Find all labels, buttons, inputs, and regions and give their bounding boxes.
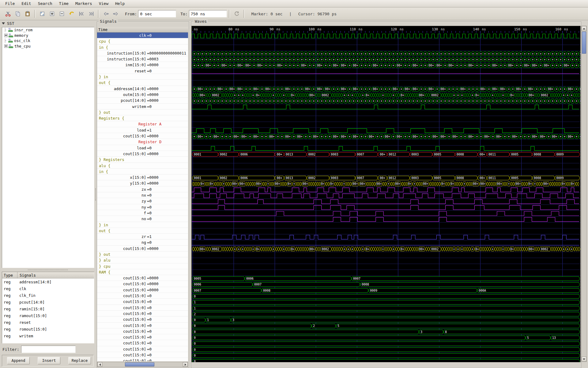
scroll-right-button[interactable] bbox=[183, 362, 188, 367]
signal-row-cout-15-0-[interactable]: cout[15:0]=0 bbox=[97, 305, 188, 311]
signal-row-y-15-0-[interactable]: y[15:0]=0000 bbox=[97, 180, 188, 186]
signal-type-row[interactable]: regclk_fin bbox=[2, 292, 94, 299]
sst-item-memory[interactable]: memory bbox=[2, 33, 94, 38]
zoom-start-button[interactable] bbox=[77, 9, 86, 19]
menu-help[interactable]: Help bbox=[112, 0, 128, 7]
signal-row-ng[interactable]: ng=0 bbox=[97, 240, 188, 245]
signal-row-cout-15-0-[interactable]: cout[15:0]=0 bbox=[97, 311, 188, 316]
zoom-out-button[interactable] bbox=[57, 9, 67, 19]
signal-row-instruction-15-0-[interactable]: instruction[15:0]=0003 bbox=[97, 56, 188, 62]
signal-row-cout-15-0-[interactable]: cout[15:0]=0000 bbox=[97, 246, 188, 251]
signal-row-cout-15-0-[interactable]: cout[15:0]=0 bbox=[97, 328, 188, 334]
signal-type-row[interactable]: regpcout[14:0] bbox=[2, 299, 94, 305]
replace-button[interactable]: Replace bbox=[68, 357, 91, 364]
zoom-undo-button[interactable] bbox=[67, 9, 77, 19]
scope-row[interactable]: } Registers bbox=[97, 157, 188, 163]
signal-row-zr[interactable]: zr=1 bbox=[97, 234, 188, 240]
to-input[interactable] bbox=[189, 10, 227, 17]
comment-row[interactable]: Register D bbox=[97, 139, 188, 145]
signal-row-writem[interactable]: writem=0 bbox=[97, 104, 188, 109]
signal-type-row[interactable]: regreset bbox=[2, 319, 94, 326]
sst-item-the_cpu[interactable]: the_cpu bbox=[2, 44, 94, 49]
signal-row-ny[interactable]: ny=0 bbox=[97, 204, 188, 210]
sst-item-osc_clk[interactable]: ├osc_clk bbox=[2, 38, 94, 44]
scroll-up-button[interactable] bbox=[582, 26, 586, 31]
fetch-right-button[interactable] bbox=[111, 9, 121, 19]
zoom-fit-button[interactable] bbox=[37, 9, 47, 19]
signal-row-cout-15-0-[interactable]: cout[15:0]=0 bbox=[97, 299, 188, 305]
menu-view[interactable]: View bbox=[96, 0, 112, 7]
insert-button[interactable]: Insert bbox=[38, 357, 60, 364]
signal-type-row[interactable]: regramout[15:0] bbox=[2, 312, 94, 319]
signal-row-cout-15-0-[interactable]: cout[15:0]=0 bbox=[97, 293, 188, 299]
panel-splitter[interactable] bbox=[94, 21, 96, 367]
signal-row-cout-15-0-[interactable]: cout[15:0]=0 bbox=[97, 316, 188, 322]
menu-file[interactable]: File bbox=[2, 0, 18, 7]
scope-row[interactable]: } in bbox=[97, 222, 188, 228]
signal-type-row[interactable]: regwritem bbox=[2, 332, 94, 339]
scope-row[interactable]: } alu bbox=[97, 257, 188, 263]
filter-input[interactable] bbox=[21, 346, 76, 353]
signal-row-cout-15-0-[interactable]: cout[15:0]=0000 bbox=[97, 281, 188, 287]
scope-row[interactable]: in { bbox=[97, 169, 188, 174]
reload-button[interactable] bbox=[232, 9, 242, 19]
signal-row-outm-15-0-[interactable]: outm[15:0]=0000 bbox=[97, 92, 188, 98]
cut-button[interactable] bbox=[3, 9, 13, 19]
signal-type-row[interactable]: regaddressm[14:0] bbox=[2, 278, 94, 285]
signal-row-cout-15-0-[interactable]: cout[15:0]=0 bbox=[97, 358, 188, 361]
scroll-down-button[interactable] bbox=[582, 357, 586, 362]
signal-row-cout-15-0-[interactable]: cout[15:0]=0 bbox=[97, 334, 188, 340]
signal-type-row[interactable]: regclk bbox=[2, 285, 94, 292]
waves-vscrollbar[interactable] bbox=[581, 26, 587, 362]
scope-row[interactable]: alu { bbox=[97, 163, 188, 169]
signal-row-zx[interactable]: zx=0 bbox=[97, 186, 188, 192]
wave-canvas[interactable]: ns80ns90ns100ns110ns120ns130ns140ns150ns… bbox=[191, 26, 581, 362]
signal-row-inm-15-0-[interactable]: inm[15:0]=0000 bbox=[97, 62, 188, 68]
expand-plus-icon[interactable] bbox=[4, 44, 8, 48]
zoom-end-button[interactable] bbox=[86, 9, 96, 19]
signal-row-cout-15-0-[interactable]: cout[15:0]=0 bbox=[97, 340, 188, 346]
sst-expander[interactable]: SST bbox=[2, 21, 14, 26]
signal-row-load[interactable]: load=1 bbox=[97, 127, 188, 133]
scope-row[interactable]: in { bbox=[97, 44, 188, 50]
signal-type-row[interactable]: regromout[15:0] bbox=[2, 326, 94, 332]
scope-row[interactable]: } out bbox=[97, 109, 188, 115]
signal-row-instruction-15-0-[interactable]: instruction[15:0]=0000000000000011 bbox=[97, 50, 188, 56]
signal-row-addressm-14-0-[interactable]: addressm[14:0]=0000 bbox=[97, 86, 188, 92]
scope-row[interactable]: RAM { bbox=[97, 269, 188, 275]
signals-list[interactable]: clk=0cpu {in {instruction[15:0]=00000000… bbox=[97, 33, 188, 361]
signal-type-row[interactable]: regramin[15:0] bbox=[2, 305, 94, 312]
signal-row-clk[interactable]: clk=0 bbox=[97, 33, 188, 38]
signal-row-x-15-0-[interactable]: x[15:0]=0000 bbox=[97, 174, 188, 180]
paste-button[interactable] bbox=[23, 9, 32, 19]
type-column-header[interactable]: Type bbox=[2, 272, 17, 278]
left-splitter[interactable] bbox=[2, 269, 94, 271]
signal-row-cout-15-0-[interactable]: cout[15:0]=0 bbox=[97, 352, 188, 358]
signal-row-no[interactable]: no=0 bbox=[97, 216, 188, 222]
signal-row-reset[interactable]: reset=0 bbox=[97, 68, 188, 74]
scope-row[interactable]: cpu { bbox=[97, 38, 188, 44]
signal-row-load[interactable]: load=0 bbox=[97, 145, 188, 151]
signal-row-cout-15-0-[interactable]: cout[15:0]=0000 bbox=[97, 133, 188, 139]
signals-hscrollbar[interactable] bbox=[97, 362, 188, 367]
menu-time[interactable]: Time bbox=[56, 0, 72, 7]
from-input[interactable] bbox=[138, 10, 176, 17]
scope-row[interactable]: out { bbox=[97, 80, 188, 86]
signal-row-cout-15-0-[interactable]: cout[15:0]=0 bbox=[97, 323, 188, 328]
menu-edit[interactable]: Edit bbox=[18, 0, 34, 7]
signal-row-zy[interactable]: zy=0 bbox=[97, 198, 188, 204]
expand-plus-icon[interactable] bbox=[4, 34, 8, 37]
menu-markers[interactable]: Markers bbox=[72, 0, 96, 7]
scope-row[interactable]: Registers { bbox=[97, 115, 188, 121]
scope-row[interactable]: } out bbox=[97, 251, 188, 257]
scope-row[interactable]: } cpu bbox=[97, 263, 188, 269]
comment-row[interactable]: Register A bbox=[97, 121, 188, 127]
signals-column-header[interactable]: Signals bbox=[17, 273, 36, 278]
signal-row-cout-15-0-[interactable]: cout[15:0]=0000 bbox=[97, 275, 188, 281]
sst-item-insr_rom[interactable]: ├insr_rom bbox=[2, 27, 94, 33]
signal-row-pcout-14-0-[interactable]: pcout[14:0]=0000 bbox=[97, 98, 188, 103]
scope-row[interactable]: out { bbox=[97, 228, 188, 234]
scroll-thumb[interactable] bbox=[125, 362, 154, 366]
append-button[interactable]: Append bbox=[7, 357, 30, 364]
signal-row-cout-15-0-[interactable]: cout[15:0]=0000 bbox=[97, 151, 188, 157]
